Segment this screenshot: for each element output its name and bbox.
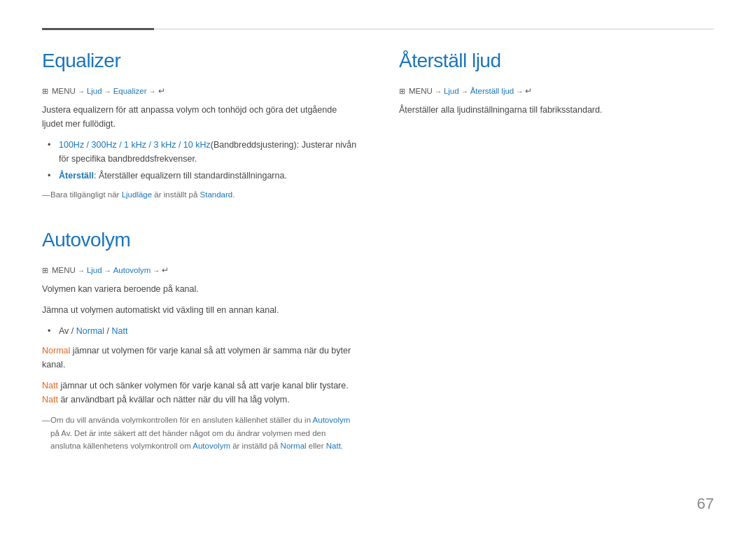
frequencies-link: 100Hz / 300Hz / 1 kHz / 3 kHz / 10 kHz [59,140,211,150]
autovolym-menu-path: ⊞ MENU → Ljud → Autovolym → ↵ [42,265,357,275]
av-option: Av [59,326,69,336]
top-line-light [154,29,714,29]
equalizer-description: Justera equalizern för att anpassa volym… [42,103,357,131]
equalizer-menu-path: ⊞ MENU → Ljud → Equalizer → ↵ [42,86,357,96]
aterstaell-ljud-title: Återställ ljud [399,50,714,72]
equalizer-note: Bara tillgängligt när Ljudläge är instäl… [42,188,357,201]
right-column: Återställ ljud ⊞ MENU → Ljud → Återställ… [399,50,714,453]
equalizer-bullet-reset: Återställ: Återställer equalizern till s… [48,169,357,183]
aterstaell-description: Återställer alla ljudinställningarna til… [399,103,714,117]
autovolym-link-note: Autovolym [313,416,351,424]
equalizer-section: Equalizer ⊞ MENU → Ljud → Equalizer → ↵ … [42,50,357,201]
autovolym-note: Om du vill använda volymkontrollen för e… [42,414,357,452]
left-column: Equalizer ⊞ MENU → Ljud → Equalizer → ↵ … [42,50,357,453]
menu-aterstaell-link: Återställ ljud [470,87,514,95]
normal-link-note: Normal [281,442,307,450]
menu-ljud-link-aterstaell: Ljud [444,87,459,95]
ljudlaege-link: Ljudläge [122,190,152,199]
menu-equalizer-link: Equalizer [113,87,147,95]
autovolym-title: Autovolym [42,229,357,251]
menu-ljud-link: Ljud [87,87,102,95]
natt-option: Natt [112,326,128,336]
menu-enter-icon-aterstaell: ↵ [525,86,532,96]
top-decorative-lines [42,28,714,30]
autovolym-bullet-options: Av / Normal / Natt [48,324,357,338]
autovolym-link-note2: Autovolym [192,442,230,450]
aterstaell-ljud-section: Återställ ljud ⊞ MENU → Ljud → Återställ… [399,50,714,117]
aterstaell-menu-path: ⊞ MENU → Ljud → Återställ ljud → ↵ [399,86,714,96]
normal-option: Normal [76,326,104,336]
aterstaell-desc: : Återställer equalizern till standardin… [94,171,287,181]
menu-autovolym-link: Autovolym [113,266,151,274]
equalizer-bullet-list: 100Hz / 300Hz / 1 kHz / 3 kHz / 10 kHz(B… [48,138,357,183]
columns-layout: Equalizer ⊞ MENU → Ljud → Equalizer → ↵ … [42,50,714,453]
autovolym-bullet-list: Av / Normal / Natt [48,324,357,338]
equalizer-title: Equalizer [42,50,357,72]
aterstaell-term: Återställ [59,171,94,181]
autovolym-section: Autovolym ⊞ MENU → Ljud → Autovolym → ↵ … [42,229,357,452]
natt-term2: Natt [42,395,58,405]
menu-ljud-link-auto: Ljud [87,266,102,274]
autovolym-desc1: Volymen kan variera beroende på kanal. [42,282,357,296]
menu-icon-auto: ⊞ [42,266,48,275]
standard-link: Standard [200,190,233,199]
menu-label: MENU [52,87,76,95]
autovolym-desc2: Jämna ut volymen automatiskt vid växling… [42,303,357,317]
page-number: 67 [697,495,714,513]
menu-label-auto: MENU [52,266,76,274]
menu-enter-icon: ↵ [158,86,165,96]
natt-term: Natt [42,381,58,391]
top-line-dark [42,28,154,30]
menu-icon: ⊞ [42,87,48,96]
natt-link-note: Natt [326,442,341,450]
equalizer-bullet-frequencies: 100Hz / 300Hz / 1 kHz / 3 kHz / 10 kHz(B… [48,138,357,166]
menu-enter-icon-auto: ↵ [162,265,169,275]
menu-label-aterstaell: MENU [409,87,433,95]
page-container: Equalizer ⊞ MENU → Ljud → Equalizer → ↵ … [0,0,756,534]
menu-icon-aterstaell: ⊞ [399,87,405,96]
normal-description: Normal jämnar ut volymen för varje kanal… [42,344,357,372]
natt-description: Natt jämnar ut och sänker volymen för va… [42,379,357,407]
av-term-note: Av [61,429,69,437]
normal-term: Normal [42,346,70,356]
